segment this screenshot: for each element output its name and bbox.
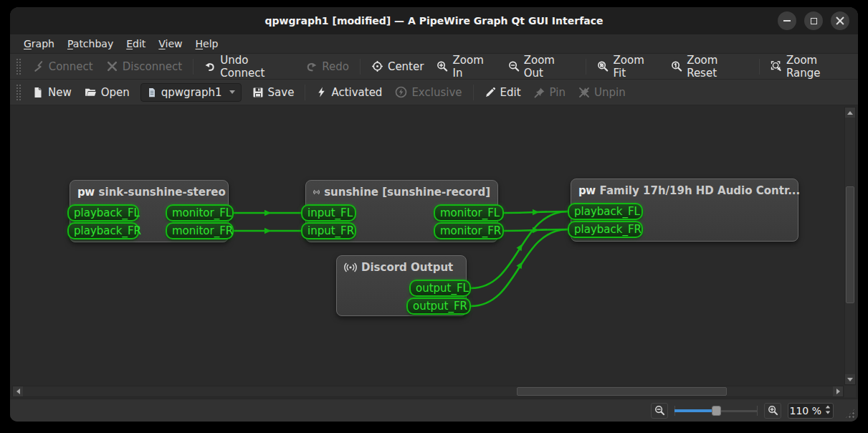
port-input-fl[interactable]: input_FL [301,204,356,222]
stream-icon [344,262,357,273]
horizontal-scrollbar-thumb[interactable] [517,387,727,396]
toolbar-drag-handle[interactable] [16,84,21,101]
pin-button[interactable]: Pin [528,83,572,102]
port-output-fl[interactable]: output_FL [409,280,471,297]
wire-arrow [533,227,539,233]
horizontal-scrollbar[interactable] [12,386,844,397]
zoom-slider[interactable] [674,405,758,417]
close-button[interactable] [831,11,849,30]
window-resize-grip[interactable] [845,409,855,419]
scroll-up-button[interactable] [845,108,855,118]
activated-toggle[interactable]: Activated [310,83,388,102]
node-title: Discord Output [361,261,453,274]
zoom-out-icon [508,60,520,72]
zoom-slider-handle[interactable] [712,406,721,416]
maximize-icon [811,18,817,24]
zoom-fit-button[interactable]: Zoom Fit [591,51,664,82]
port-playback-fr[interactable]: playback_FR [568,221,643,238]
scroll-down-button[interactable] [845,374,855,384]
zoom-in-icon [437,60,448,72]
pin-icon [534,87,545,98]
node-title: sunshine [sunshine-record] [324,186,490,199]
exclusive-toggle[interactable]: Exclusive [388,83,468,102]
disconnect-icon [106,60,118,72]
port-output-fr[interactable]: output_FR [406,298,471,315]
port-monitor-fl[interactable]: monitor_FL [166,204,234,222]
open-button[interactable]: Open [78,83,136,102]
port-monitor-fl[interactable]: monitor_FL [434,204,504,222]
stream-icon [313,186,320,198]
vertical-scrollbar-thumb[interactable] [846,186,854,303]
title-bar[interactable]: qpwgraph1 [modified] — A PipeWire Graph … [10,7,858,34]
wire-arrow [533,209,539,215]
redo-icon [305,60,318,72]
disconnect-button[interactable]: Disconnect [100,57,189,76]
edit-toolbar: Connect Disconnect Undo Connect Redo Cen… [10,54,858,80]
zoom-reset-button[interactable]: Zoom Reset [664,51,755,82]
toolbar-separator [360,59,361,75]
spin-up-icon[interactable] [826,405,830,408]
menu-patchbay[interactable]: Patchbay [61,36,120,52]
undo-connect-button[interactable]: Undo Connect [198,51,299,82]
zoom-percent-value: 110 % [790,405,821,417]
lightning-icon [316,87,327,97]
scrollbar-corner [844,386,856,397]
port-monitor-fr[interactable]: monitor_FR [166,222,234,239]
status-zoom-in-button[interactable] [764,403,781,419]
menu-help[interactable]: Help [189,36,225,52]
port-monitor-fr[interactable]: monitor_FR [434,222,504,239]
zoom-range-button[interactable]: Zoom Range [764,51,858,82]
scroll-right-button[interactable] [833,386,843,396]
redo-button[interactable]: Redo [299,57,356,76]
spin-down-icon[interactable] [826,411,830,414]
minimize-button[interactable] [778,11,796,30]
triangle-left-icon [16,389,20,394]
minimize-icon [783,20,791,22]
new-button[interactable]: New [26,83,78,102]
circled-lightning-icon [395,86,407,98]
zoom-reset-icon [671,60,682,72]
port-playback-fl[interactable]: playback_FL [568,203,643,220]
patchbay-select[interactable]: qpwgraph1 [140,83,242,102]
triangle-right-icon [836,389,840,394]
zoom-fit-icon [597,60,609,72]
toolbar-drag-handle[interactable] [16,58,21,75]
center-icon [371,60,383,72]
graph-canvas[interactable]: pw sink-sunshine-stereo sunshine [sunshi… [10,105,858,399]
zoom-in-button[interactable]: Zoom In [430,51,501,82]
toolbar-separator [193,59,194,75]
port-playback-fl[interactable]: playback_FL [67,204,139,222]
patchbay-toolbar: New Open qpwgraph1 Save Activated Exclus… [10,80,858,105]
port-playback-fr[interactable]: playback_FR [67,222,139,239]
node-title: Family 17h/19h HD Audio Contr... [600,184,801,197]
unpin-button[interactable]: Unpin [572,83,632,102]
maximize-button[interactable] [804,11,823,30]
scroll-left-button[interactable] [13,386,23,396]
status-zoom-out-button[interactable] [651,403,668,419]
app-window: qpwgraph1 [modified] — A PipeWire Graph … [10,7,858,422]
center-button[interactable]: Center [365,57,431,76]
save-button[interactable]: Save [246,83,301,102]
menu-graph[interactable]: Graph [17,36,61,52]
unpin-icon [578,87,590,98]
toolbar-separator [586,59,586,75]
zoom-out-button[interactable]: Zoom Out [502,51,582,82]
menu-edit[interactable]: Edit [120,36,152,52]
connect-icon [32,60,44,72]
pencil-icon [485,87,496,98]
connection-wires[interactable] [10,105,842,386]
zoom-in-icon [768,405,778,416]
triangle-up-icon [847,111,853,115]
zoom-percent-spinbox[interactable]: 110 % [788,403,834,419]
zoom-slider-fill [674,409,714,412]
save-icon [252,87,264,98]
pipewire-icon: pw [578,184,596,197]
chevron-down-icon [229,90,235,94]
edit-button[interactable]: Edit [478,83,528,102]
zoom-range-icon [771,60,782,72]
menu-view[interactable]: View [152,36,189,52]
vertical-scrollbar[interactable] [844,107,856,385]
port-input-fr[interactable]: input_FR [301,222,356,239]
connect-button[interactable]: Connect [26,57,100,76]
zoom-out-icon [654,405,665,416]
